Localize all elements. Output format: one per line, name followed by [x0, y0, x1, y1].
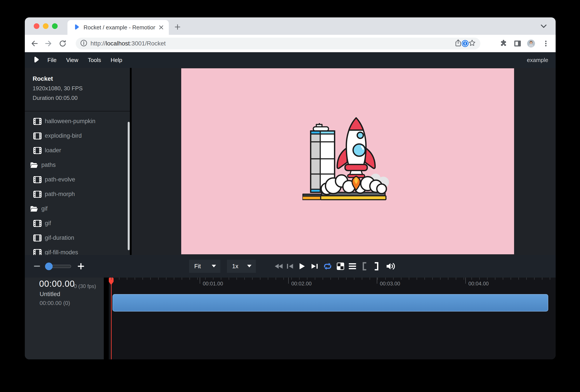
ruler-tick: [338, 277, 339, 280]
url-text: http://localhost:3001/Rocket: [91, 40, 166, 47]
tab-close-icon[interactable]: [158, 24, 164, 31]
sidebar-scrollbar[interactable]: [128, 122, 130, 250]
film-icon: [33, 118, 41, 125]
out-point-bracket-button[interactable]: [372, 255, 381, 277]
ruler-tick: [448, 277, 448, 280]
skip-to-start-button[interactable]: [274, 255, 284, 277]
loop-toggle-button[interactable]: [322, 255, 333, 277]
ruler-tick: [119, 277, 120, 280]
composition-list-item[interactable]: halloween-pumpkin: [25, 114, 130, 129]
zoom-out-button[interactable]: [33, 255, 40, 277]
timeline-divider: [104, 277, 109, 359]
zoom-slider-thumb[interactable]: [45, 262, 53, 270]
film-icon: [33, 220, 41, 227]
composition-label: path-morph: [45, 191, 75, 198]
site-info-icon[interactable]: [80, 39, 87, 48]
ruler-tick: [354, 277, 354, 280]
composition-label: exploding-bird: [45, 132, 82, 139]
composition-list-item[interactable]: gif: [25, 201, 130, 216]
chevron-down-icon: [247, 264, 252, 268]
composition-label: gif: [41, 205, 48, 212]
composition-list: halloween-pumpkin exploding-bird loader: [25, 114, 130, 255]
size-dropdown[interactable]: Fit: [189, 260, 220, 273]
ruler-tick: [385, 277, 386, 280]
menu-tools[interactable]: Tools: [88, 57, 101, 64]
play-button[interactable]: [297, 255, 307, 277]
browser-menu-icon[interactable]: [542, 39, 550, 48]
ruler-tick: [237, 277, 237, 280]
forward-button[interactable]: [44, 39, 53, 48]
remotion-menubar: File View Tools Help example: [25, 52, 556, 68]
volume-button[interactable]: [385, 255, 397, 277]
browser-tab[interactable]: Rocket / example - Remotion P: [67, 20, 169, 35]
composition-list-item[interactable]: gif: [25, 216, 130, 231]
composition-list-item[interactable]: paths: [25, 158, 130, 172]
ruler-tick: [174, 277, 174, 280]
composition-list-item[interactable]: path-morph: [25, 187, 130, 201]
playhead-line[interactable]: [111, 277, 112, 359]
tab-search-chevron-icon[interactable]: [540, 24, 547, 29]
in-point-bracket-button[interactable]: [360, 255, 369, 277]
ruler-tick: [330, 277, 331, 280]
ruler-tick: [182, 277, 182, 280]
side-panel-icon[interactable]: [513, 39, 522, 48]
compositions-sidebar: Rocket 1920x1080, 30 FPS Duration 00:05.…: [25, 68, 130, 255]
ruler-tick: [213, 277, 213, 280]
ruler-tick: [487, 277, 488, 280]
ruler-tick: [189, 277, 190, 280]
composition-label: gif-duration: [45, 235, 74, 241]
menu-view[interactable]: View: [66, 57, 78, 64]
password-manager-extension-icon[interactable]: [461, 39, 469, 48]
main-area: Rocket 1920x1080, 30 FPS Duration 00:05.…: [25, 68, 556, 255]
next-frame-button[interactable]: [310, 255, 319, 277]
composition-list-item[interactable]: exploding-bird: [25, 129, 130, 143]
ruler-tick: [276, 277, 276, 280]
playback-toolbar: Fit 1x: [25, 255, 556, 277]
ruler-major-tick: [200, 277, 200, 284]
traffic-light-minimize[interactable]: [43, 23, 48, 29]
film-icon: [33, 147, 41, 154]
menu-help[interactable]: Help: [111, 57, 122, 64]
ruler-tick: [425, 277, 425, 280]
folder-open-icon: [30, 162, 38, 168]
ruler-tick: [377, 277, 378, 280]
speed-dropdown[interactable]: 1x: [227, 260, 256, 273]
back-button[interactable]: [30, 39, 39, 48]
ruler-tick: [111, 277, 112, 280]
previous-frame-button[interactable]: [285, 255, 295, 277]
checkerboard-transparency-button[interactable]: [336, 255, 345, 277]
traffic-light-close[interactable]: [34, 23, 39, 29]
ruler-tick: [456, 277, 456, 280]
traffic-light-zoom[interactable]: [52, 23, 58, 29]
ruler-tick: [440, 277, 440, 280]
ruler-tick: [409, 277, 409, 280]
reload-button[interactable]: [58, 39, 67, 48]
timeline-track-bar[interactable]: [113, 294, 548, 311]
composition-label: gif-fill-modes: [45, 249, 78, 255]
remotion-favicon: [73, 24, 80, 31]
composition-list-item[interactable]: gif-fill-modes: [25, 245, 130, 255]
composition-list-item[interactable]: gif-duration: [25, 231, 130, 245]
ruler-major-tick: [465, 277, 466, 284]
ruler-tick: [127, 277, 127, 280]
address-bar[interactable]: http://localhost:3001/Rocket: [76, 38, 480, 49]
timeline-rows-button[interactable]: [348, 255, 357, 277]
ruler-tick: [479, 277, 480, 280]
ruler-tick: [307, 277, 307, 280]
ruler-tick: [166, 277, 166, 280]
composition-list-item[interactable]: path-evolve: [25, 172, 130, 187]
extensions-puzzle-icon[interactable]: [499, 39, 508, 48]
composition-label: loader: [45, 147, 61, 154]
composition-label: paths: [41, 162, 56, 168]
ruler-tick: [143, 277, 143, 280]
timeline-ruler[interactable]: 00:01.0000:02.0000:03.0000:04.00: [109, 277, 556, 359]
composition-list-item[interactable]: loader: [25, 143, 130, 158]
composition-resolution: 1920x1080, 30 FPS: [33, 85, 130, 92]
zoom-in-button[interactable]: [77, 255, 84, 277]
ruler-tick: [471, 277, 472, 280]
profile-avatar[interactable]: [527, 39, 535, 48]
remotion-logo[interactable]: [32, 56, 40, 64]
menu-file[interactable]: File: [47, 57, 57, 64]
new-tab-button[interactable]: [174, 23, 181, 31]
ruler-tick: [197, 277, 198, 280]
